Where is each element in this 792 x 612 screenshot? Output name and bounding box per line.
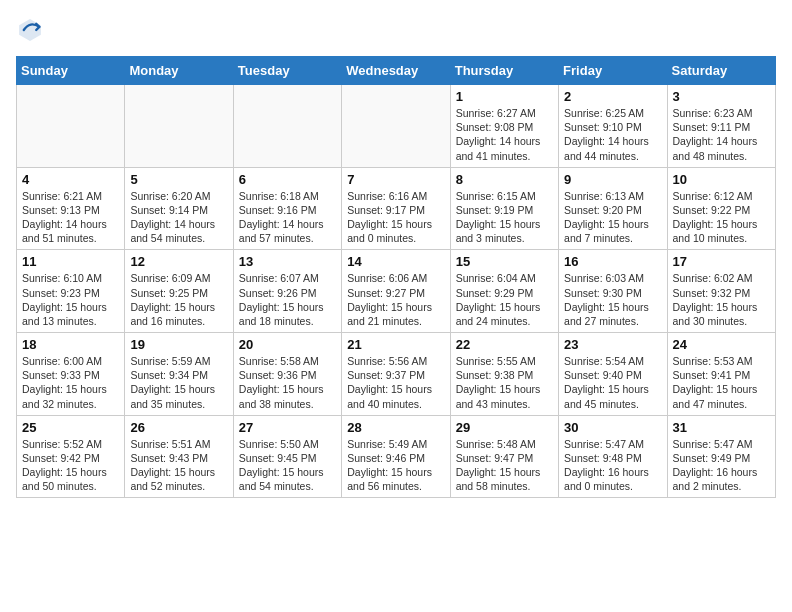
day-info: Sunrise: 6:21 AM Sunset: 9:13 PM Dayligh…: [22, 189, 119, 246]
day-info: Sunrise: 6:03 AM Sunset: 9:30 PM Dayligh…: [564, 271, 661, 328]
calendar-day-cell: 16Sunrise: 6:03 AM Sunset: 9:30 PM Dayli…: [559, 250, 667, 333]
day-number: 27: [239, 420, 336, 435]
calendar-day-cell: 12Sunrise: 6:09 AM Sunset: 9:25 PM Dayli…: [125, 250, 233, 333]
day-info: Sunrise: 5:55 AM Sunset: 9:38 PM Dayligh…: [456, 354, 553, 411]
calendar-day-header: Wednesday: [342, 57, 450, 85]
day-info: Sunrise: 5:47 AM Sunset: 9:49 PM Dayligh…: [673, 437, 770, 494]
day-number: 3: [673, 89, 770, 104]
calendar-day-cell: 27Sunrise: 5:50 AM Sunset: 9:45 PM Dayli…: [233, 415, 341, 498]
calendar-day-cell: 25Sunrise: 5:52 AM Sunset: 9:42 PM Dayli…: [17, 415, 125, 498]
calendar-day-cell: 11Sunrise: 6:10 AM Sunset: 9:23 PM Dayli…: [17, 250, 125, 333]
calendar-day-cell: 3Sunrise: 6:23 AM Sunset: 9:11 PM Daylig…: [667, 85, 775, 168]
calendar-day-cell: [125, 85, 233, 168]
calendar-day-header: Sunday: [17, 57, 125, 85]
day-number: 10: [673, 172, 770, 187]
day-info: Sunrise: 5:56 AM Sunset: 9:37 PM Dayligh…: [347, 354, 444, 411]
day-info: Sunrise: 6:09 AM Sunset: 9:25 PM Dayligh…: [130, 271, 227, 328]
day-number: 28: [347, 420, 444, 435]
day-number: 7: [347, 172, 444, 187]
calendar-day-cell: 6Sunrise: 6:18 AM Sunset: 9:16 PM Daylig…: [233, 167, 341, 250]
calendar-day-cell: 19Sunrise: 5:59 AM Sunset: 9:34 PM Dayli…: [125, 333, 233, 416]
calendar-week-row: 25Sunrise: 5:52 AM Sunset: 9:42 PM Dayli…: [17, 415, 776, 498]
day-info: Sunrise: 6:16 AM Sunset: 9:17 PM Dayligh…: [347, 189, 444, 246]
calendar-week-row: 18Sunrise: 6:00 AM Sunset: 9:33 PM Dayli…: [17, 333, 776, 416]
calendar-day-cell: [233, 85, 341, 168]
day-info: Sunrise: 5:59 AM Sunset: 9:34 PM Dayligh…: [130, 354, 227, 411]
day-number: 1: [456, 89, 553, 104]
day-number: 18: [22, 337, 119, 352]
calendar-day-header: Monday: [125, 57, 233, 85]
calendar-day-cell: 10Sunrise: 6:12 AM Sunset: 9:22 PM Dayli…: [667, 167, 775, 250]
page-header: [16, 16, 776, 44]
day-info: Sunrise: 5:53 AM Sunset: 9:41 PM Dayligh…: [673, 354, 770, 411]
day-number: 31: [673, 420, 770, 435]
day-number: 26: [130, 420, 227, 435]
day-info: Sunrise: 6:06 AM Sunset: 9:27 PM Dayligh…: [347, 271, 444, 328]
calendar-day-cell: 1Sunrise: 6:27 AM Sunset: 9:08 PM Daylig…: [450, 85, 558, 168]
calendar-day-cell: 17Sunrise: 6:02 AM Sunset: 9:32 PM Dayli…: [667, 250, 775, 333]
day-info: Sunrise: 6:07 AM Sunset: 9:26 PM Dayligh…: [239, 271, 336, 328]
day-info: Sunrise: 5:54 AM Sunset: 9:40 PM Dayligh…: [564, 354, 661, 411]
calendar-day-cell: 29Sunrise: 5:48 AM Sunset: 9:47 PM Dayli…: [450, 415, 558, 498]
day-number: 23: [564, 337, 661, 352]
day-number: 21: [347, 337, 444, 352]
calendar-day-cell: [17, 85, 125, 168]
day-number: 9: [564, 172, 661, 187]
day-number: 30: [564, 420, 661, 435]
day-number: 19: [130, 337, 227, 352]
day-number: 11: [22, 254, 119, 269]
calendar-day-cell: 8Sunrise: 6:15 AM Sunset: 9:19 PM Daylig…: [450, 167, 558, 250]
calendar-header-row: SundayMondayTuesdayWednesdayThursdayFrid…: [17, 57, 776, 85]
calendar-day-header: Saturday: [667, 57, 775, 85]
day-number: 24: [673, 337, 770, 352]
calendar-day-header: Thursday: [450, 57, 558, 85]
day-number: 5: [130, 172, 227, 187]
day-info: Sunrise: 6:10 AM Sunset: 9:23 PM Dayligh…: [22, 271, 119, 328]
calendar-week-row: 4Sunrise: 6:21 AM Sunset: 9:13 PM Daylig…: [17, 167, 776, 250]
calendar-day-cell: 30Sunrise: 5:47 AM Sunset: 9:48 PM Dayli…: [559, 415, 667, 498]
calendar-day-cell: 21Sunrise: 5:56 AM Sunset: 9:37 PM Dayli…: [342, 333, 450, 416]
day-info: Sunrise: 5:52 AM Sunset: 9:42 PM Dayligh…: [22, 437, 119, 494]
calendar-day-cell: 28Sunrise: 5:49 AM Sunset: 9:46 PM Dayli…: [342, 415, 450, 498]
logo-icon: [16, 16, 44, 44]
day-number: 25: [22, 420, 119, 435]
day-info: Sunrise: 5:47 AM Sunset: 9:48 PM Dayligh…: [564, 437, 661, 494]
day-info: Sunrise: 6:23 AM Sunset: 9:11 PM Dayligh…: [673, 106, 770, 163]
calendar-day-cell: 7Sunrise: 6:16 AM Sunset: 9:17 PM Daylig…: [342, 167, 450, 250]
day-number: 13: [239, 254, 336, 269]
day-number: 8: [456, 172, 553, 187]
calendar-day-header: Friday: [559, 57, 667, 85]
day-info: Sunrise: 6:18 AM Sunset: 9:16 PM Dayligh…: [239, 189, 336, 246]
day-info: Sunrise: 6:27 AM Sunset: 9:08 PM Dayligh…: [456, 106, 553, 163]
day-info: Sunrise: 5:50 AM Sunset: 9:45 PM Dayligh…: [239, 437, 336, 494]
day-info: Sunrise: 5:49 AM Sunset: 9:46 PM Dayligh…: [347, 437, 444, 494]
calendar-day-cell: 31Sunrise: 5:47 AM Sunset: 9:49 PM Dayli…: [667, 415, 775, 498]
day-number: 14: [347, 254, 444, 269]
calendar-day-cell: 18Sunrise: 6:00 AM Sunset: 9:33 PM Dayli…: [17, 333, 125, 416]
day-info: Sunrise: 6:04 AM Sunset: 9:29 PM Dayligh…: [456, 271, 553, 328]
calendar-day-cell: [342, 85, 450, 168]
calendar-day-cell: 15Sunrise: 6:04 AM Sunset: 9:29 PM Dayli…: [450, 250, 558, 333]
day-info: Sunrise: 6:00 AM Sunset: 9:33 PM Dayligh…: [22, 354, 119, 411]
day-info: Sunrise: 5:58 AM Sunset: 9:36 PM Dayligh…: [239, 354, 336, 411]
day-number: 16: [564, 254, 661, 269]
calendar-day-cell: 24Sunrise: 5:53 AM Sunset: 9:41 PM Dayli…: [667, 333, 775, 416]
day-number: 2: [564, 89, 661, 104]
day-info: Sunrise: 6:12 AM Sunset: 9:22 PM Dayligh…: [673, 189, 770, 246]
day-number: 17: [673, 254, 770, 269]
day-info: Sunrise: 6:20 AM Sunset: 9:14 PM Dayligh…: [130, 189, 227, 246]
calendar-day-cell: 5Sunrise: 6:20 AM Sunset: 9:14 PM Daylig…: [125, 167, 233, 250]
calendar-day-cell: 22Sunrise: 5:55 AM Sunset: 9:38 PM Dayli…: [450, 333, 558, 416]
calendar-day-cell: 14Sunrise: 6:06 AM Sunset: 9:27 PM Dayli…: [342, 250, 450, 333]
calendar-day-cell: 23Sunrise: 5:54 AM Sunset: 9:40 PM Dayli…: [559, 333, 667, 416]
calendar-day-cell: 26Sunrise: 5:51 AM Sunset: 9:43 PM Dayli…: [125, 415, 233, 498]
calendar-day-cell: 2Sunrise: 6:25 AM Sunset: 9:10 PM Daylig…: [559, 85, 667, 168]
day-number: 22: [456, 337, 553, 352]
calendar-day-cell: 9Sunrise: 6:13 AM Sunset: 9:20 PM Daylig…: [559, 167, 667, 250]
calendar-day-cell: 13Sunrise: 6:07 AM Sunset: 9:26 PM Dayli…: [233, 250, 341, 333]
day-info: Sunrise: 6:15 AM Sunset: 9:19 PM Dayligh…: [456, 189, 553, 246]
day-number: 12: [130, 254, 227, 269]
calendar-table: SundayMondayTuesdayWednesdayThursdayFrid…: [16, 56, 776, 498]
day-info: Sunrise: 5:51 AM Sunset: 9:43 PM Dayligh…: [130, 437, 227, 494]
logo: [16, 16, 48, 44]
